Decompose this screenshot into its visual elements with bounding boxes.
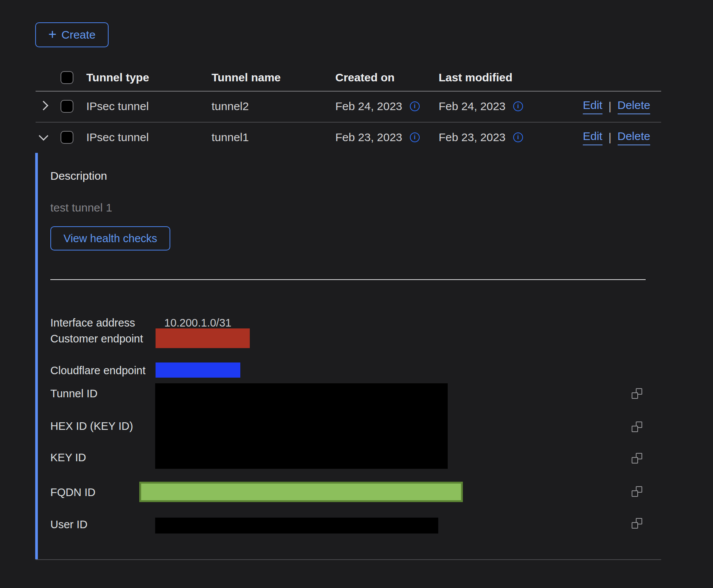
tunnel-type-cell: IPsec tunnel <box>86 100 212 113</box>
section-divider <box>50 279 646 280</box>
copy-icon[interactable] <box>632 422 642 432</box>
info-icon[interactable] <box>410 101 420 111</box>
copy-icon[interactable] <box>632 518 642 529</box>
plus-icon: + <box>48 27 57 41</box>
chevron-right-icon[interactable] <box>39 101 48 110</box>
expansion-indicator-bar <box>35 153 38 559</box>
row-checkbox[interactable] <box>61 131 73 144</box>
delete-link[interactable]: Delete <box>618 130 651 145</box>
table-bottom-divider <box>36 559 661 560</box>
delete-link[interactable]: Delete <box>618 99 651 114</box>
column-header-created-on: Created on <box>335 71 439 84</box>
last-modified-value: Feb 23, 2023 <box>439 131 506 144</box>
table-row-tunnel2: IPsec tunnel tunnel2 Feb 24, 2023 Feb 24… <box>36 91 661 122</box>
info-icon[interactable] <box>513 101 523 111</box>
row-checkbox[interactable] <box>61 100 73 113</box>
redaction-box-ids <box>155 383 448 469</box>
fqdn-id-label: FQDN ID <box>50 486 95 499</box>
redaction-box-user-id <box>155 518 438 534</box>
column-header-tunnel-name: Tunnel name <box>212 71 335 84</box>
description-label: Description <box>50 170 107 182</box>
redaction-box-cloudflare-endpoint <box>156 362 240 378</box>
copy-icon[interactable] <box>632 388 642 399</box>
select-all-checkbox[interactable] <box>61 71 73 84</box>
interface-address-label: Interface address <box>50 317 135 329</box>
table-row-tunnel1: IPsec tunnel tunnel1 Feb 23, 2023 Feb 23… <box>36 122 661 153</box>
tunnel-name-cell: tunnel2 <box>212 100 335 113</box>
action-separator: | <box>609 131 612 144</box>
description-value: test tunnel 1 <box>50 201 112 214</box>
action-separator: | <box>609 100 612 113</box>
ipsec-tunnels-page: + Create Tunnel type Tunnel name Created… <box>0 0 713 588</box>
cloudflare-endpoint-label: Cloudflare endpoint <box>50 364 146 377</box>
key-id-label: KEY ID <box>50 451 86 464</box>
hex-id-label: HEX ID (KEY ID) <box>50 420 133 432</box>
created-on-value: Feb 23, 2023 <box>335 131 402 144</box>
copy-icon[interactable] <box>632 453 642 464</box>
tunnel-name-cell: tunnel1 <box>212 131 335 144</box>
tunnel-id-label: Tunnel ID <box>50 387 98 400</box>
create-button[interactable]: + Create <box>35 22 109 47</box>
view-health-checks-button[interactable]: View health checks <box>50 226 170 250</box>
customer-endpoint-label: Customer endpoint <box>50 333 143 345</box>
chevron-down-icon[interactable] <box>39 131 48 140</box>
redaction-box-customer-endpoint <box>156 328 250 348</box>
interface-address-value: 10.200.1.0/31 <box>164 317 231 329</box>
edit-link[interactable]: Edit <box>583 99 602 114</box>
info-icon[interactable] <box>410 132 420 142</box>
create-button-label: Create <box>61 29 95 40</box>
table-header: Tunnel type Tunnel name Created on Last … <box>36 64 661 91</box>
edit-link[interactable]: Edit <box>583 130 602 145</box>
info-icon[interactable] <box>513 132 523 142</box>
created-on-value: Feb 24, 2023 <box>335 100 402 113</box>
tunnel-type-cell: IPsec tunnel <box>86 131 212 144</box>
last-modified-value: Feb 24, 2023 <box>439 100 506 113</box>
column-header-tunnel-type: Tunnel type <box>86 71 212 84</box>
column-header-last-modified: Last modified <box>439 71 583 84</box>
redaction-box-fqdn-id <box>139 482 463 502</box>
user-id-label: User ID <box>50 518 87 531</box>
copy-icon[interactable] <box>632 486 642 497</box>
